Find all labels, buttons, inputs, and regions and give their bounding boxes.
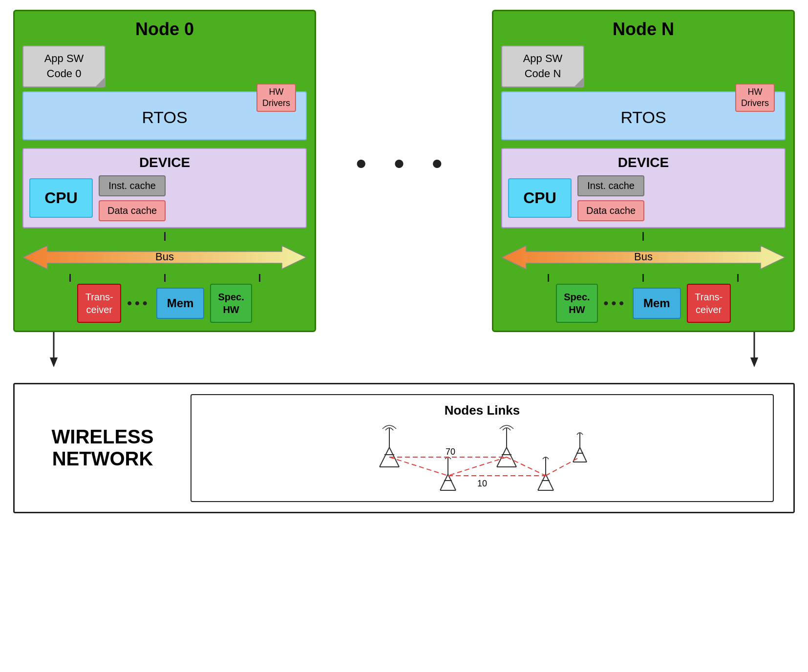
node-n-device-inner: CPU Inst. cache Data cache	[508, 175, 779, 221]
connector-arrows-svg	[13, 332, 795, 381]
nodes-links-box: Nodes Links	[191, 394, 774, 502]
node-n-spec-hw: Spec.HW	[556, 284, 597, 323]
node-n-data-cache: Data cache	[577, 200, 644, 221]
node-n-inst-cache: Inst. cache	[577, 175, 644, 196]
svg-line-8	[380, 447, 389, 467]
node-0-title: Node 0	[22, 19, 307, 40]
node-0-bus-area: Bus	[22, 243, 307, 272]
node-0-cpu: CPU	[29, 178, 93, 218]
node-n-v-connectors	[501, 274, 786, 282]
node-0-spec-hw: Spec.HW	[210, 284, 252, 323]
svg-line-38	[546, 457, 580, 476]
svg-line-14	[507, 447, 516, 467]
node-0-data-cache: Data cache	[99, 200, 166, 221]
node-n-hw-drivers: HWDrivers	[735, 84, 775, 112]
svg-line-23	[440, 474, 448, 490]
node-n-title: Node N	[501, 19, 786, 40]
svg-line-29	[546, 474, 553, 490]
svg-marker-5	[50, 357, 58, 367]
node-0-box: Node 0 App SW Code 0 HWDrivers RTOS DE	[13, 10, 316, 332]
node-0-device: DEVICE CPU Inst. cache Data cache	[22, 148, 307, 228]
node-n-transceiver: Trans-ceiver	[687, 284, 731, 323]
node-0-inst-cache: Inst. cache	[99, 175, 166, 196]
dots-separator: • • •	[356, 10, 452, 180]
svg-text:70: 70	[446, 447, 455, 457]
node-n-app-sw: App SW Code N	[501, 45, 584, 87]
node-0-hw-drivers: HWDrivers	[256, 84, 296, 112]
svg-text:Bus: Bus	[634, 251, 653, 263]
node-n-rtos: HWDrivers RTOS	[501, 91, 786, 140]
node-0-device-inner: CPU Inst. cache Data cache	[29, 175, 300, 221]
network-diagram-svg: 70 10	[203, 423, 761, 491]
wireless-section: WIRELESS NETWORK Nodes Links	[13, 332, 795, 513]
node-n-cache-area: Inst. cache Data cache	[577, 175, 644, 221]
node-n-bottom-row: Spec.HW ••• Mem Trans-ceiver	[501, 284, 786, 323]
node-0-mem: Mem	[156, 288, 205, 319]
node-0-cache-area: Inst. cache Data cache	[99, 175, 166, 221]
node-n-bus-area: Bus	[501, 243, 786, 272]
node-n-bottom-dots: •••	[604, 295, 627, 311]
svg-line-28	[538, 474, 546, 490]
node-0-v-line1	[164, 232, 166, 241]
node-0-rtos: HWDrivers RTOS	[22, 91, 307, 140]
node-n-cpu: CPU	[508, 178, 572, 218]
nodes-row: Node 0 App SW Code 0 HWDrivers RTOS DE	[13, 10, 795, 332]
svg-marker-7	[750, 357, 758, 367]
nodes-links-title: Nodes Links	[203, 403, 761, 418]
svg-line-24	[448, 474, 456, 490]
node-n-box: Node N App SW Code N HWDrivers RTOS DEVI…	[492, 10, 795, 332]
svg-text:10: 10	[477, 479, 487, 488]
node-0-bottom-row: Trans-ceiver ••• Mem Spec.HW	[22, 284, 307, 323]
node-n-device: DEVICE CPU Inst. cache Data cache	[501, 148, 786, 228]
wireless-box: WIRELESS NETWORK Nodes Links	[13, 383, 795, 513]
node-n-mem: Mem	[633, 288, 681, 319]
node-0-bottom-dots: •••	[127, 295, 150, 311]
main-container: Node 0 App SW Code 0 HWDrivers RTOS DE	[13, 10, 795, 513]
node-n-v-line1	[642, 232, 644, 241]
node-0-v-connectors	[22, 274, 307, 282]
svg-text:Bus: Bus	[155, 251, 174, 263]
node-0-transceiver: Trans-ceiver	[77, 284, 121, 323]
svg-line-19	[580, 447, 587, 462]
node-0-app-sw: App SW Code 0	[22, 45, 106, 87]
wireless-label: WIRELESS NETWORK	[34, 426, 171, 470]
